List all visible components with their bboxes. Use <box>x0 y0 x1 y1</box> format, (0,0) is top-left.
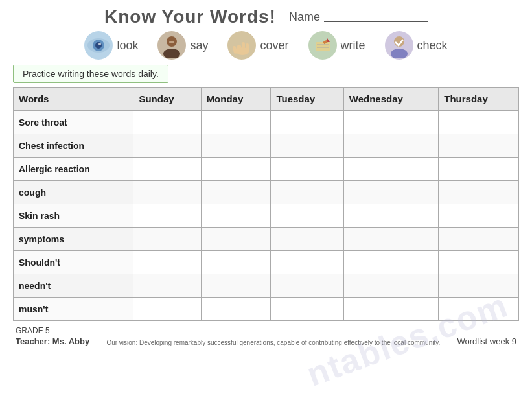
svg-rect-12 <box>316 42 330 51</box>
practice-cell <box>439 251 519 274</box>
svg-point-5 <box>163 49 180 58</box>
say-icon <box>157 31 186 60</box>
col-monday: Monday <box>201 88 271 111</box>
footer-wordlist: Wordlist week 9 <box>457 336 516 346</box>
practice-cell <box>439 158 519 181</box>
practice-cell <box>271 298 343 321</box>
teacher-name: Teacher: Ms. Abby <box>16 336 89 346</box>
practice-cell <box>201 251 271 274</box>
practice-cell <box>343 251 439 274</box>
col-words: Words <box>14 88 133 111</box>
practice-cell <box>271 228 343 251</box>
practice-cell <box>133 134 201 158</box>
page: Know Your Words! Name look <box>0 0 532 411</box>
practice-cell <box>439 134 519 158</box>
icons-row: look say <box>13 31 519 60</box>
practice-cell <box>133 251 201 274</box>
table-row: Sore throat <box>14 111 519 134</box>
practice-cell <box>271 158 343 181</box>
table-row: Skin rash <box>14 204 519 228</box>
cover-icon-item: cover <box>227 31 288 60</box>
practice-cell <box>201 204 271 228</box>
practice-cell <box>201 111 271 134</box>
col-thursday: Thursday <box>439 88 519 111</box>
practice-cell <box>201 298 271 321</box>
practice-cell <box>439 204 519 228</box>
footer: GRADE 5 Teacher: Ms. Abby Our vision: De… <box>13 326 519 346</box>
practice-cell <box>271 251 343 274</box>
col-tuesday: Tuesday <box>271 88 343 111</box>
word-cell: Sore throat <box>14 111 133 134</box>
check-icon <box>385 31 413 60</box>
cover-label: cover <box>260 39 288 53</box>
practice-cell <box>201 181 271 204</box>
word-cell: needn't <box>14 274 133 298</box>
practice-cell <box>343 228 439 251</box>
table-header-row: Words Sunday Monday Tuesday Wednesday Th… <box>14 88 519 111</box>
look-icon-item: look <box>84 31 138 60</box>
table-row: cough <box>14 181 519 204</box>
practice-cell <box>439 228 519 251</box>
cover-icon <box>227 31 256 60</box>
practice-cell <box>271 111 343 134</box>
name-underline <box>324 12 428 22</box>
header: Know Your Words! Name <box>13 6 519 27</box>
practice-cell <box>201 228 271 251</box>
practice-cell <box>133 298 201 321</box>
word-cell: Allergic reaction <box>14 158 133 181</box>
word-cell: symptoms <box>14 228 133 251</box>
practice-cell <box>133 181 201 204</box>
word-cell: musn't <box>14 298 133 321</box>
check-label: check <box>417 39 448 53</box>
practice-cell <box>133 158 201 181</box>
col-wednesday: Wednesday <box>343 88 439 111</box>
page-title: Know Your Words! <box>104 6 276 27</box>
write-label: write <box>341 39 365 53</box>
practice-cell <box>343 204 439 228</box>
svg-point-3 <box>98 43 101 45</box>
name-label: Name <box>289 10 320 24</box>
table-row: Allergic reaction <box>14 158 519 181</box>
practice-cell <box>343 111 439 134</box>
write-icon <box>308 31 337 60</box>
svg-point-2 <box>95 42 102 49</box>
table-row: Chest infection <box>14 134 519 158</box>
words-table: Words Sunday Monday Tuesday Wednesday Th… <box>13 87 519 321</box>
footer-left: GRADE 5 Teacher: Ms. Abby <box>16 326 89 346</box>
table-row: musn't <box>14 298 519 321</box>
check-icon-item: check <box>385 31 448 60</box>
table-row: Shouldn't <box>14 251 519 274</box>
word-cell: cough <box>14 181 133 204</box>
practice-cell <box>271 274 343 298</box>
write-icon-item: write <box>308 31 365 60</box>
svg-point-11 <box>236 47 249 55</box>
say-label: say <box>190 39 208 53</box>
practice-cell <box>343 274 439 298</box>
practice-cell <box>343 134 439 158</box>
col-sunday: Sunday <box>133 88 201 111</box>
svg-point-18 <box>391 49 408 58</box>
svg-point-6 <box>169 41 174 43</box>
practice-cell <box>439 274 519 298</box>
practice-cell <box>133 111 201 134</box>
practice-cell <box>271 181 343 204</box>
practice-cell <box>133 204 201 228</box>
practice-cell <box>439 298 519 321</box>
practice-cell <box>271 204 343 228</box>
teacher-name-value: Ms. Abby <box>52 336 89 346</box>
grade-label: GRADE 5 <box>16 326 89 335</box>
look-label: look <box>117 39 138 53</box>
practice-cell <box>133 228 201 251</box>
practice-box: Practice writing these words daily. <box>13 65 168 83</box>
say-icon-item: say <box>157 31 208 60</box>
table-row: needn't <box>14 274 519 298</box>
practice-cell <box>439 111 519 134</box>
practice-cell <box>201 274 271 298</box>
name-field: Name <box>289 10 428 24</box>
practice-cell <box>343 158 439 181</box>
practice-cell <box>439 181 519 204</box>
practice-text: Practice writing these words daily. <box>23 69 159 79</box>
word-cell: Skin rash <box>14 204 133 228</box>
teacher-label: Teacher: <box>16 336 52 346</box>
practice-cell <box>133 274 201 298</box>
